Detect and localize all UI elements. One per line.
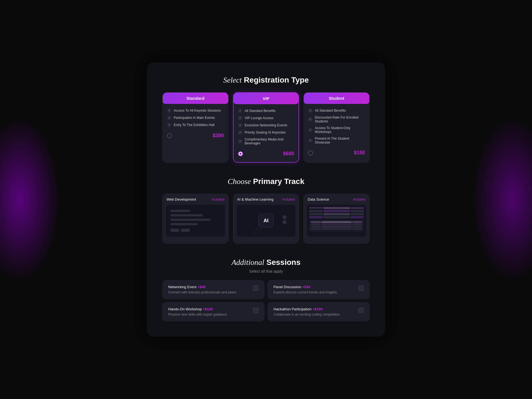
track-grid: Web Development Included AI & — [162, 194, 370, 244]
ai-ml-preview: AI — [237, 205, 296, 237]
session-networking-checkbox[interactable] — [253, 285, 259, 291]
check-icon: ✓ — [308, 117, 313, 122]
session-panel-desc: Experts discuss current trends and insig… — [273, 290, 355, 294]
registration-grid: Standard ✓ Access To All Keynote Session… — [162, 92, 370, 163]
web-dev-badge: Included — [212, 198, 224, 201]
standard-card-footer: $300 — [163, 131, 228, 139]
ds-preview-inner — [307, 205, 366, 237]
code-btn — [170, 229, 179, 232]
ai-preview-inner: AI — [237, 205, 296, 237]
session-card-panel[interactable]: Panel Discussion +$30 Experts discuss cu… — [268, 280, 370, 299]
check-icon: ✓ — [238, 116, 242, 120]
web-dev-label: Web Development — [167, 197, 196, 201]
feature-priority-seating: ✓ Priority Seating At Keynotes — [238, 130, 294, 135]
code-line — [170, 219, 211, 221]
session-card-networking[interactable]: Networking Event +$40 Connect with indus… — [162, 280, 264, 299]
check-icon: ✓ — [238, 139, 242, 144]
code-btn — [181, 229, 190, 232]
data-science-badge: Included — [353, 198, 365, 201]
main-container: Select Registration Type Standard ✓ Acce… — [147, 62, 385, 337]
check-icon: ✓ — [238, 123, 242, 127]
session-workshop-title: Hands-On Workshop +$100 — [168, 307, 250, 311]
session-workshop-desc: Practice new skills with expert guidance… — [168, 313, 250, 316]
check-icon: ✓ — [167, 123, 172, 127]
standard-card-header: Standard — [163, 93, 228, 104]
session-networking-title: Networking Event +$40 — [168, 285, 250, 289]
feature-networking: ✓ Exclusive Networking Events — [238, 123, 294, 127]
feature-all-standard: ✓ All Standard Benefits — [238, 109, 294, 113]
session-networking-price: +$40 — [198, 285, 206, 289]
session-card-workshop[interactable]: Hands-On Workshop +$100 Practice new ski… — [162, 302, 264, 321]
session-card-hackathon[interactable]: Hackathon Participation +$150 Collaborat… — [268, 302, 370, 321]
student-radio[interactable] — [308, 150, 313, 155]
sessions-section-title: Additional Sessions — [162, 258, 370, 267]
code-preview — [166, 205, 225, 236]
session-workshop-price: +$100 — [203, 307, 213, 311]
ai-chip: AI — [258, 214, 274, 228]
sessions-title-italic: Additional — [232, 258, 264, 267]
student-card-header: Student — [304, 93, 369, 104]
registration-card-standard[interactable]: Standard ✓ Access To All Keynote Session… — [162, 92, 229, 163]
feature-meals: ✓ Complimentary Meals And Beverages — [238, 137, 294, 145]
code-line — [170, 214, 203, 216]
ai-dots — [283, 215, 287, 224]
feature-showcase: ✓ Present At The Student Showcase — [308, 137, 365, 144]
feature-workshops: ✓ Access To Student-Only Workshops — [308, 126, 365, 134]
standard-price: $300 — [213, 133, 224, 139]
check-icon: ✓ — [238, 130, 242, 135]
ai-ml-label: AI & Machine Learning — [237, 197, 274, 201]
session-panel-info: Panel Discussion +$30 Experts discuss cu… — [273, 285, 355, 294]
check-icon: ✓ — [308, 128, 313, 132]
check-icon: ✓ — [238, 109, 242, 113]
check-icon: ✓ — [167, 108, 172, 113]
feature-vip-lounge: ✓ VIP Lounge Access — [238, 116, 294, 120]
registration-title-regular: Registration Type — [242, 76, 309, 84]
standard-radio[interactable] — [167, 133, 172, 138]
ds-table-main — [309, 220, 364, 232]
feature-discounted: ✓ Discounted Rate For Enrolled Students — [308, 116, 365, 123]
sessions-title-regular: Sessions — [264, 258, 301, 267]
session-workshop-info: Hands-On Workshop +$100 Practice new ski… — [168, 307, 250, 316]
data-science-label: Data Science — [308, 197, 329, 201]
session-hackathon-checkbox[interactable] — [358, 308, 364, 313]
track-section-title: Choose Primary Track — [162, 177, 370, 186]
sessions-subtitle: Select all that apply — [162, 269, 370, 273]
web-dev-header: Web Development Included — [163, 194, 228, 205]
vip-card-header: VIP — [234, 93, 299, 104]
check-icon: ✓ — [167, 116, 172, 120]
data-science-preview — [307, 205, 366, 237]
session-panel-checkbox[interactable] — [358, 285, 364, 291]
session-workshop-checkbox[interactable] — [253, 308, 259, 313]
student-card-footer: $150 — [304, 148, 369, 156]
code-line — [170, 223, 198, 225]
vip-feature-list: ✓ All Standard Benefits ✓ VIP Lounge Acc… — [234, 104, 299, 149]
feature-exhibition: ✓ Entry To The Exhibition Hall — [167, 123, 224, 127]
session-networking-info: Networking Event +$40 Connect with indus… — [168, 285, 250, 294]
track-card-data-science[interactable]: Data Science Included — [303, 194, 370, 244]
feature-keynote: ✓ Access To All Keynote Sessions — [167, 108, 224, 113]
vip-card-footer: $600 — [234, 149, 299, 157]
session-hackathon-title: Hackathon Participation +$150 — [273, 307, 355, 311]
feature-main-events: ✓ Participation In Main Events — [167, 116, 224, 120]
web-dev-preview — [166, 205, 225, 237]
code-line — [170, 210, 190, 212]
registration-card-vip[interactable]: VIP ✓ All Standard Benefits ✓ VIP Lounge… — [233, 92, 299, 163]
track-title-regular: Primary Track — [251, 177, 304, 186]
session-networking-desc: Connect with industry professionals and … — [168, 290, 250, 294]
registration-card-student[interactable]: Student ✓ All Standard Benefits ✓ Discou… — [303, 92, 370, 163]
track-card-ai-ml[interactable]: AI & Machine Learning Included AI — [233, 194, 299, 244]
check-icon: ✓ — [308, 108, 313, 113]
vip-price: $600 — [283, 151, 294, 157]
track-card-web-dev[interactable]: Web Development Included — [162, 194, 229, 244]
sessions-grid: Networking Event +$40 Connect with indus… — [162, 280, 370, 321]
feature-all-standard-s: ✓ All Standard Benefits — [308, 108, 365, 113]
check-icon: ✓ — [308, 138, 313, 143]
registration-section-title: Select Registration Type — [162, 76, 370, 85]
ai-ml-badge: Included — [282, 198, 295, 201]
student-feature-list: ✓ All Standard Benefits ✓ Discounted Rat… — [304, 104, 369, 148]
ai-ml-header: AI & Machine Learning Included — [233, 194, 299, 205]
code-buttons — [170, 229, 221, 232]
student-price: $150 — [354, 150, 365, 156]
session-hackathon-desc: Collaborate in an exciting coding compet… — [273, 313, 355, 316]
vip-radio[interactable] — [238, 151, 243, 156]
